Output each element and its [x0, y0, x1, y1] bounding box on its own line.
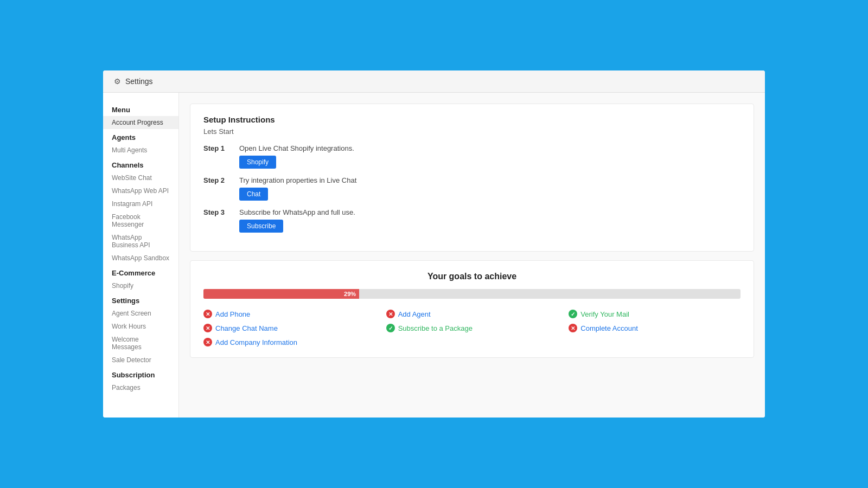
top-bar-title: Settings: [125, 77, 153, 86]
step-description: Open Live Chat Shopify integrations.: [239, 144, 354, 152]
sidebar-item-account-progress[interactable]: Account Progress: [103, 116, 178, 129]
sidebar-section-header: Settings: [103, 292, 178, 307]
main-content: Setup Instructions Lets Start Step 1Open…: [179, 93, 765, 418]
sidebar-item-sale-detector[interactable]: Sale Detector: [103, 354, 178, 367]
sidebar-item-whatsapp-business-api[interactable]: WhatsApp Business API: [103, 231, 178, 252]
sidebar-item-facebook-messenger[interactable]: Facebook Messenger: [103, 210, 178, 231]
empty-cell: [569, 338, 741, 346]
step-row: Step 2Try integration properties in Live…: [203, 176, 741, 201]
goals-grid: ✕Add Phone✕Add Agent✓Verify Your Mail✕Ch…: [203, 310, 741, 346]
goal-item: ✕Add Phone: [203, 310, 375, 318]
goal-link-verify-your-mail[interactable]: Verify Your Mail: [580, 310, 629, 318]
goal-item: ✓Subscribe to a Package: [386, 324, 558, 332]
step-content: Try integration properties in Live ChatC…: [239, 176, 356, 201]
error-circle-icon: ✕: [386, 310, 395, 318]
gear-icon: ⚙: [114, 77, 121, 86]
goal-link-subscribe-to-a-package[interactable]: Subscribe to a Package: [398, 324, 473, 332]
check-circle-icon: ✓: [569, 310, 577, 318]
goal-item: ✕Add Agent: [386, 310, 558, 318]
goal-item: ✓Verify Your Mail: [569, 310, 741, 318]
goals-title: Your goals to achieve: [203, 272, 741, 281]
step-label: Step 3: [203, 208, 231, 216]
sidebar-item-agent-screen[interactable]: Agent Screen: [103, 307, 178, 320]
step-label: Step 2: [203, 176, 231, 184]
sidebar-item-shopify[interactable]: Shopify: [103, 279, 178, 292]
progress-bar-container: 29%: [203, 289, 741, 299]
setup-instructions-card: Setup Instructions Lets Start Step 1Open…: [190, 104, 754, 252]
setup-instructions-subtitle: Lets Start: [203, 127, 741, 136]
goal-item: ✕Add Company Information: [203, 338, 375, 346]
sidebar-section-header: Subscription: [103, 367, 178, 381]
goal-link-change-chat-name[interactable]: Change Chat Name: [215, 324, 278, 332]
setup-instructions-title: Setup Instructions: [203, 115, 741, 124]
step-description: Subscribe for WhatsApp and full use.: [239, 208, 355, 216]
sidebar-section-header: Menu: [103, 101, 178, 116]
main-container: ⚙ Settings MenuAccount ProgressAgentsMul…: [103, 70, 765, 418]
progress-label: 29%: [344, 291, 356, 297]
sidebar: MenuAccount ProgressAgentsMulti AgentsCh…: [103, 93, 179, 418]
sidebar-section-header: Agents: [103, 129, 178, 144]
goal-item: ✕Complete Account: [569, 324, 741, 332]
top-bar: ⚙ Settings: [103, 70, 765, 93]
step-content: Open Live Chat Shopify integrations.Shop…: [239, 144, 354, 169]
sidebar-item-work-hours[interactable]: Work Hours: [103, 320, 178, 333]
goal-link-add-phone[interactable]: Add Phone: [215, 310, 250, 318]
step-content: Subscribe for WhatsApp and full use.Subs…: [239, 208, 355, 233]
error-circle-icon: ✕: [203, 324, 212, 332]
step-row: Step 3Subscribe for WhatsApp and full us…: [203, 208, 741, 233]
sidebar-item-multi-agents[interactable]: Multi Agents: [103, 144, 178, 157]
check-circle-icon: ✓: [386, 324, 395, 332]
goal-link-add-agent[interactable]: Add Agent: [398, 310, 431, 318]
steps-container: Step 1Open Live Chat Shopify integration…: [203, 144, 741, 233]
step-button-subscribe[interactable]: Subscribe: [239, 220, 283, 233]
goals-card: Your goals to achieve 29% ✕Add Phone✕Add…: [190, 260, 754, 358]
step-row: Step 1Open Live Chat Shopify integration…: [203, 144, 741, 169]
content-wrapper: MenuAccount ProgressAgentsMulti AgentsCh…: [103, 93, 765, 418]
sidebar-item-whatsapp-sandbox[interactable]: WhatsApp Sandbox: [103, 252, 178, 265]
sidebar-item-website-chat[interactable]: WebSite Chat: [103, 171, 178, 184]
step-button-chat[interactable]: Chat: [239, 188, 268, 201]
error-circle-icon: ✕: [203, 338, 212, 346]
sidebar-section-header: E-Commerce: [103, 265, 178, 279]
goal-item: ✕Change Chat Name: [203, 324, 375, 332]
sidebar-item-instagram-api[interactable]: Instagram API: [103, 197, 178, 210]
step-label: Step 1: [203, 144, 231, 152]
progress-bar-fill: 29%: [203, 289, 359, 299]
goal-link-complete-account[interactable]: Complete Account: [580, 324, 638, 332]
sidebar-section-header: Channels: [103, 157, 178, 171]
error-circle-icon: ✕: [203, 310, 212, 318]
empty-cell: [386, 338, 558, 346]
sidebar-item-whatsapp-web-api[interactable]: WhatsApp Web API: [103, 184, 178, 197]
step-description: Try integration properties in Live Chat: [239, 176, 356, 184]
sidebar-item-packages[interactable]: Packages: [103, 381, 178, 394]
step-button-shopify[interactable]: Shopify: [239, 156, 276, 169]
error-circle-icon: ✕: [569, 324, 577, 332]
goal-link-add-company-information[interactable]: Add Company Information: [215, 338, 297, 346]
sidebar-item-welcome-messages[interactable]: Welcome Messages: [103, 333, 178, 354]
